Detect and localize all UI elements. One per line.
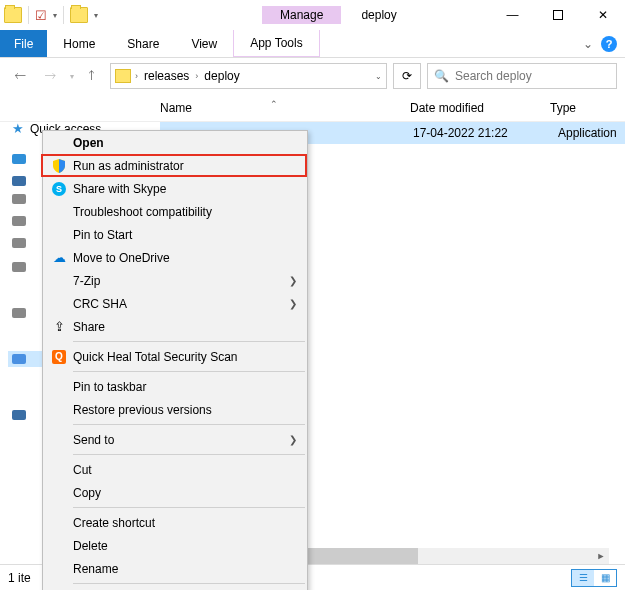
view-toggle: ☰ ▦ [571, 569, 617, 587]
separator [73, 341, 305, 342]
ctx-cut[interactable]: Cut [43, 458, 307, 481]
apptools-tab[interactable]: App Tools [233, 30, 319, 57]
qat-customize-icon[interactable]: ▾ [94, 11, 98, 20]
context-menu: Open Run as administrator S Share with S… [42, 130, 308, 590]
address-dropdown-icon[interactable]: ⌄ [375, 72, 382, 81]
drive-icon [12, 194, 26, 204]
icons-view-button[interactable]: ▦ [594, 570, 616, 586]
share-icon: ⇪ [49, 319, 69, 334]
ctx-shortcut[interactable]: Create shortcut [43, 511, 307, 534]
forward-button[interactable]: 🡒 [38, 64, 62, 88]
close-button[interactable]: ✕ [580, 0, 625, 30]
ribbon-expand-icon[interactable]: ⌄ [583, 37, 593, 51]
ctx-rename[interactable]: Rename [43, 557, 307, 580]
shield-icon [49, 159, 69, 173]
ctx-label: Delete [69, 539, 297, 553]
back-button[interactable]: 🡐 [8, 64, 32, 88]
qat-newfolder-icon[interactable] [70, 7, 88, 23]
column-name-label: Name [160, 101, 192, 115]
ctx-label: Rename [69, 562, 297, 576]
file-tab[interactable]: File [0, 30, 47, 57]
history-dropdown-icon[interactable]: ▾ [70, 72, 74, 81]
separator [73, 424, 305, 425]
column-type[interactable]: Type [550, 101, 576, 115]
ctx-label: Open [69, 136, 297, 150]
ctx-onedrive[interactable]: ☁ Move to OneDrive [43, 246, 307, 269]
drive-icon [12, 238, 26, 248]
quickheal-icon: Q [49, 350, 69, 364]
ctx-label: Share with Skype [69, 182, 297, 196]
ctx-label: CRC SHA [69, 297, 289, 311]
maximize-button[interactable] [535, 0, 580, 30]
ctx-label: Pin to Start [69, 228, 297, 242]
manage-tab[interactable]: Manage [262, 6, 341, 24]
drive-icon [12, 216, 26, 226]
thispc-icon [12, 176, 26, 186]
ctx-quickheal[interactable]: Q Quick Heal Total Security Scan [43, 345, 307, 368]
search-input[interactable]: 🔍 Search deploy [427, 63, 617, 89]
ctx-pin-taskbar[interactable]: Pin to taskbar [43, 375, 307, 398]
ctx-label: Quick Heal Total Security Scan [69, 350, 297, 364]
chevron-right-icon[interactable]: › [195, 71, 198, 81]
separator [73, 583, 305, 584]
share-tab[interactable]: Share [111, 30, 175, 57]
ctx-delete[interactable]: Delete [43, 534, 307, 557]
column-name[interactable]: Name ⌃ [160, 101, 410, 115]
ctx-troubleshoot[interactable]: Troubleshoot compatibility [43, 200, 307, 223]
ctx-crcsha[interactable]: CRC SHA ❯ [43, 292, 307, 315]
up-button[interactable]: 🡑 [80, 64, 104, 88]
breadcrumb-releases[interactable]: releases [142, 69, 191, 83]
ctx-label: Share [69, 320, 297, 334]
address-bar[interactable]: › releases › deploy ⌄ [110, 63, 387, 89]
qat-properties-icon[interactable]: ☑ [35, 8, 47, 23]
ctx-label: Pin to taskbar [69, 380, 297, 394]
file-type: Application [558, 126, 617, 140]
ctx-share[interactable]: ⇪ Share [43, 315, 307, 338]
title-bar: ☑ ▾ ▾ Manage deploy — ✕ [0, 0, 625, 30]
search-placeholder: Search deploy [455, 69, 532, 83]
separator [73, 454, 305, 455]
network-icon [12, 410, 26, 420]
svg-rect-0 [553, 11, 562, 20]
column-date[interactable]: Date modified [410, 101, 550, 115]
nav-bar: 🡐 🡒 ▾ 🡑 › releases › deploy ⌄ ⟳ 🔍 Search… [0, 58, 625, 94]
view-tab[interactable]: View [175, 30, 233, 57]
drive-icon [12, 354, 26, 364]
search-icon: 🔍 [434, 69, 449, 83]
file-date: 17-04-2022 21:22 [413, 126, 508, 140]
minimize-button[interactable]: — [490, 0, 535, 30]
ctx-pin-start[interactable]: Pin to Start [43, 223, 307, 246]
drive-icon [12, 262, 26, 272]
ctx-copy[interactable]: Copy [43, 481, 307, 504]
scroll-right-icon[interactable]: ► [593, 548, 609, 564]
ctx-label: 7-Zip [69, 274, 289, 288]
skype-icon: S [49, 182, 69, 196]
drive-icon [12, 308, 26, 318]
refresh-button[interactable]: ⟳ [393, 63, 421, 89]
window-title: deploy [361, 8, 396, 22]
ctx-skype[interactable]: S Share with Skype [43, 177, 307, 200]
ctx-restore[interactable]: Restore previous versions [43, 398, 307, 421]
ctx-run-admin[interactable]: Run as administrator [43, 154, 307, 177]
ctx-label: Run as administrator [69, 159, 297, 173]
onedrive-icon [12, 154, 26, 164]
submenu-arrow-icon: ❯ [289, 275, 297, 286]
help-icon[interactable]: ? [601, 36, 617, 52]
ctx-open[interactable]: Open [43, 131, 307, 154]
sort-caret-icon: ⌃ [270, 99, 278, 109]
ctx-7zip[interactable]: 7-Zip ❯ [43, 269, 307, 292]
ctx-sendto[interactable]: Send to ❯ [43, 428, 307, 451]
home-tab[interactable]: Home [47, 30, 111, 57]
ctx-label: Cut [69, 463, 297, 477]
chevron-right-icon[interactable]: › [135, 71, 138, 81]
cloud-icon: ☁ [49, 250, 69, 265]
details-view-button[interactable]: ☰ [572, 570, 594, 586]
ctx-label: Create shortcut [69, 516, 297, 530]
qat-dropdown-icon[interactable]: ▾ [53, 11, 57, 20]
separator [73, 371, 305, 372]
ctx-label: Move to OneDrive [69, 251, 297, 265]
folder-icon [115, 69, 131, 83]
item-count: 1 ite [8, 571, 31, 585]
breadcrumb-deploy[interactable]: deploy [202, 69, 241, 83]
star-icon: ★ [12, 121, 24, 136]
